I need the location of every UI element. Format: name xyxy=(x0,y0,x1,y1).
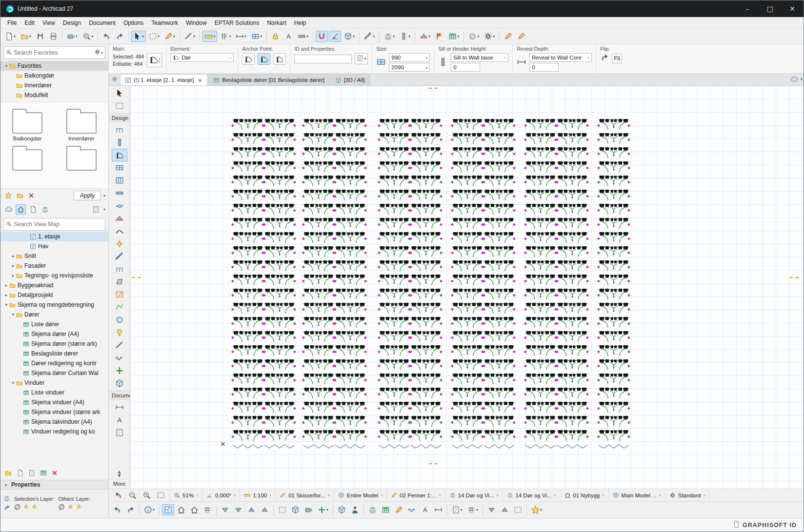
gravity-button[interactable]: ▾ xyxy=(296,31,310,42)
marquee-tool-button[interactable] xyxy=(112,99,127,112)
tab-0[interactable]: (!) 1. etasje [2. 1. etasje]× xyxy=(120,74,207,85)
shell-tool-button[interactable] xyxy=(112,225,127,237)
dropdown-caret-icon[interactable]: ▾ xyxy=(493,34,495,39)
tree-chevron-icon[interactable]: ▾ xyxy=(3,302,9,307)
fit-in-window-button[interactable] xyxy=(155,490,167,501)
reveal-mode-dropdown[interactable]: Reveal to Wall Core › xyxy=(529,53,592,62)
dropdown-caret-icon[interactable]: ▾ xyxy=(142,34,144,39)
tree-item-dører-redigering-og-kontr[interactable]: Dører redigering og kontr xyxy=(0,358,108,368)
dropdown-caret-icon[interactable]: ▾ xyxy=(213,34,215,39)
new-favorite-folder-button[interactable] xyxy=(15,191,25,200)
tree-item-skjema-dører-a4-[interactable]: Skjema dører (A4) xyxy=(0,329,108,339)
delete-favorite-button[interactable] xyxy=(27,191,36,200)
combo-flyout-icon[interactable]: › xyxy=(554,493,556,498)
object-tool-button[interactable] xyxy=(112,314,127,326)
pen-set-button[interactable] xyxy=(393,504,405,515)
zoom-level-combo[interactable]: 51%› xyxy=(170,489,202,501)
new-view-folder-button[interactable] xyxy=(3,468,13,478)
tree-item-modulfelt[interactable]: Modulfelt xyxy=(0,90,108,100)
sill-mode-dropdown[interactable]: Sill to Wall base › xyxy=(451,53,508,62)
coordinate-lock-button[interactable] xyxy=(269,31,281,42)
find-select-button[interactable]: ▾ xyxy=(80,31,95,42)
tree-item-liste-dører[interactable]: Liste dører xyxy=(0,319,108,329)
arrow-tool-button[interactable] xyxy=(112,87,127,99)
grid-display-button[interactable] xyxy=(201,504,214,515)
properties-section-header[interactable]: ▸ Properties xyxy=(0,480,108,490)
camera-settings-button[interactable] xyxy=(302,504,315,515)
element-snap-button[interactable] xyxy=(316,31,328,42)
apply-button[interactable]: Apply xyxy=(74,191,101,200)
view-settings-button[interactable] xyxy=(39,468,48,478)
skylight-tool-button[interactable] xyxy=(112,237,127,250)
save-current-view-button[interactable] xyxy=(15,468,25,478)
tree-item-1-etasje[interactable]: 1. etasje xyxy=(0,232,108,241)
dimension-style-button[interactable] xyxy=(432,504,444,515)
settings-spinner[interactable]: ▴▾ xyxy=(159,58,160,63)
hotspot-tool-button[interactable] xyxy=(112,364,127,377)
dropdown-caret-icon[interactable]: ▾ xyxy=(91,34,93,39)
tree-chevron-icon[interactable]: ▸ xyxy=(3,283,9,288)
favorite-thumbnail[interactable] xyxy=(55,145,109,173)
line-tool-button[interactable]: ▾ xyxy=(182,31,197,42)
flip-button[interactable]: Fli xyxy=(612,54,622,63)
others-layer-unlock-button[interactable] xyxy=(76,504,81,511)
trace-reference-toggle[interactable] xyxy=(162,504,174,515)
tree-item-skjema-takvinduer-a4-[interactable]: Skjema takvinduer (A4) xyxy=(0,417,108,427)
roof-wizard-button[interactable]: ▾ xyxy=(418,31,432,42)
tree-chevron-icon[interactable]: ▸ xyxy=(10,273,16,278)
project-map-button[interactable] xyxy=(16,204,26,215)
library-manager-button[interactable]: ▾ xyxy=(466,31,481,42)
transfer-settings-button[interactable] xyxy=(515,31,527,42)
maximize-button[interactable]: □ xyxy=(759,0,781,17)
pen-set-combo[interactable]: 01 Skisse/for...› xyxy=(276,489,334,501)
properties-chevron-icon[interactable]: ▸ xyxy=(3,482,9,487)
display-options-button[interactable]: ▾ xyxy=(465,504,480,515)
door-tool-button[interactable] xyxy=(112,149,127,161)
menu-help[interactable]: Help xyxy=(290,18,310,28)
popup-navigator-button[interactable] xyxy=(110,75,120,85)
dropdown-caret-icon[interactable]: ▾ xyxy=(158,34,160,39)
lamp-tool-button[interactable] xyxy=(112,326,127,339)
toolbox-design-header[interactable]: Design xyxy=(109,113,130,122)
menu-teamwork[interactable]: Teamwork xyxy=(147,18,182,28)
selection-layer-unlock-button[interactable] xyxy=(32,504,37,511)
snap-points-button[interactable]: ▾ xyxy=(234,31,248,42)
dropdown-caret-icon[interactable]: ▾ xyxy=(457,34,459,39)
go-to-story-button[interactable] xyxy=(232,504,244,515)
zone-tool-button[interactable] xyxy=(112,288,127,301)
drawing-canvas[interactable]: × xyxy=(130,86,804,489)
selection-handle-right[interactable] xyxy=(790,277,799,278)
toolbox-scroll-arrows[interactable]: ▲▼ xyxy=(109,470,130,478)
dropdown-caret-icon[interactable]: ▾ xyxy=(353,34,355,39)
tree-item-skjema-dører-curtain-wal[interactable]: Skjema dører Curtain Wal xyxy=(0,368,108,378)
dropdown-caret-icon[interactable]: ▾ xyxy=(477,34,479,39)
reveal-value-input[interactable]: 0 xyxy=(529,63,559,72)
dropdown-caret-icon[interactable]: ▾ xyxy=(408,34,410,39)
default-settings-button[interactable]: ▴▾ xyxy=(147,53,162,67)
id-properties-button[interactable]: ▾ xyxy=(355,53,368,64)
wall-tool-button[interactable] xyxy=(112,123,127,136)
tree-item-detaljprosjekt[interactable]: ▸Detaljprosjekt xyxy=(0,290,108,300)
others-layer-hide-button[interactable]: ∅ xyxy=(59,503,65,512)
tree-item-snitt[interactable]: ▸Snitt xyxy=(0,251,108,261)
redo-button[interactable] xyxy=(124,504,137,515)
tab-2[interactable]: [3D / All] xyxy=(330,74,370,85)
tree-item-balkongdør[interactable]: Balkongdør xyxy=(0,71,108,80)
layer-settings-button[interactable] xyxy=(3,495,10,503)
tree-item-fasader[interactable]: ▸Fasader xyxy=(0,261,108,271)
dropdown-caret-icon[interactable]: ▾ xyxy=(14,34,16,39)
combo-flyout-icon[interactable]: › xyxy=(603,493,604,498)
edit-plane-button[interactable]: ▾ xyxy=(342,31,357,42)
previous-view-button[interactable] xyxy=(112,490,124,501)
beam-tool-button[interactable] xyxy=(112,187,127,199)
tree-item-vinduer[interactable]: ▾Vinduer xyxy=(0,378,108,388)
dimension-tool-button[interactable] xyxy=(112,401,127,414)
combo-flyout-icon[interactable]: › xyxy=(439,493,441,498)
dock-bottom-button[interactable] xyxy=(485,504,498,515)
open-project-button[interactable]: ▾ xyxy=(19,31,33,42)
dropdown-caret-icon[interactable]: ▾ xyxy=(306,34,308,39)
favorite-thumbnail-balkongdør[interactable]: Balkongdør xyxy=(0,108,55,141)
selection-handle-top[interactable] xyxy=(429,88,438,89)
favorites-settings-button[interactable] xyxy=(94,49,100,57)
combo-flyout-icon[interactable]: › xyxy=(703,493,705,498)
